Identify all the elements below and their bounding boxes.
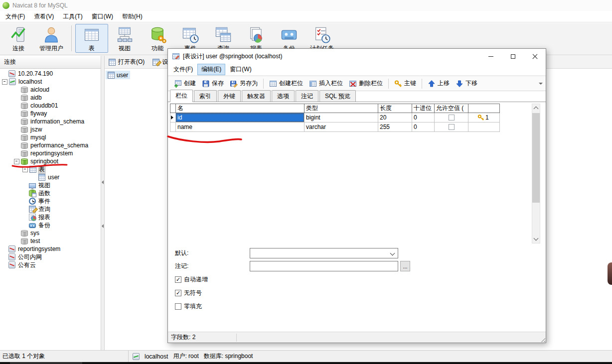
- dialog-menu-edit[interactable]: 编辑(E): [197, 64, 225, 75]
- collapse-box-icon[interactable]: [22, 167, 28, 172]
- tab-options[interactable]: 选项: [272, 90, 295, 102]
- toolbar-tables-button[interactable]: 表: [75, 24, 108, 53]
- field-length-cell[interactable]: 20: [378, 113, 412, 122]
- tree-item-aidb[interactable]: aidb: [0, 94, 101, 102]
- dialog-titlebar[interactable]: [表设计] user @springboot (localhost): [168, 49, 546, 64]
- collapse-box-icon[interactable]: [2, 79, 7, 85]
- tree-item-test[interactable]: test: [0, 237, 101, 245]
- save-as-button[interactable]: 另存为: [227, 78, 261, 89]
- maximize-button[interactable]: [502, 49, 524, 64]
- tree-item-mysql[interactable]: mysql: [0, 133, 101, 141]
- tree-item-flyway[interactable]: flyway: [0, 110, 101, 118]
- scroll-down-button[interactable]: [532, 235, 540, 243]
- default-combobox[interactable]: [250, 248, 398, 258]
- tree-item-tables[interactable]: 表: [0, 165, 101, 173]
- save-button[interactable]: 保存: [199, 78, 227, 89]
- menu-window[interactable]: 窗口(W): [87, 11, 118, 22]
- tab-foreign-keys[interactable]: 外键: [218, 90, 241, 102]
- tab-triggers[interactable]: 触发器: [242, 90, 271, 102]
- minimize-button[interactable]: [480, 49, 502, 64]
- collapse-box-icon[interactable]: [14, 159, 19, 164]
- tab-indexes[interactable]: 索引: [194, 90, 217, 102]
- move-up-button[interactable]: 上移: [425, 78, 453, 89]
- resize-grip[interactable]: [540, 337, 545, 342]
- menu-help[interactable]: 帮助(H): [118, 11, 147, 22]
- scroll-up-button[interactable]: [532, 104, 540, 112]
- grid-vertical-scrollbar[interactable]: [532, 104, 540, 243]
- new-button[interactable]: 创建: [171, 78, 199, 89]
- tree-item-user[interactable]: user: [0, 173, 101, 181]
- field-row-id[interactable]: id bigint 20 0 1: [170, 113, 500, 122]
- move-down-button[interactable]: 下移: [453, 78, 480, 89]
- menu-file[interactable]: 文件(F): [1, 11, 29, 22]
- tree-item-localhost[interactable]: localhost: [0, 78, 101, 86]
- auto-increment-row[interactable]: ✓ 自动递增: [175, 275, 208, 284]
- col-header-name[interactable]: 名: [176, 104, 305, 113]
- more-button[interactable]: ...: [400, 261, 410, 271]
- col-header-key[interactable]: [468, 104, 500, 113]
- sidebar-splitter[interactable]: [101, 56, 105, 350]
- tab-sql-preview[interactable]: SQL 预览: [319, 90, 356, 102]
- tree-item-jszw[interactable]: jszw: [0, 125, 101, 133]
- tree-item-10-20-74-190[interactable]: 10.20.74.190: [0, 70, 101, 78]
- add-field-button[interactable]: 创建栏位: [266, 78, 306, 89]
- tab-fields[interactable]: 栏位: [170, 90, 193, 102]
- col-header-length[interactable]: 长度: [378, 104, 412, 113]
- allow-null-checkbox[interactable]: [449, 124, 455, 130]
- tree-item-backup[interactable]: 备份: [0, 221, 101, 229]
- col-header-decimals[interactable]: 十进位: [412, 104, 435, 113]
- field-allow-null-cell[interactable]: [435, 122, 468, 132]
- tree-item-aicloud[interactable]: aicloud: [0, 86, 101, 94]
- scrollbar-thumb[interactable]: [532, 113, 540, 203]
- zerofill-checkbox[interactable]: [175, 303, 181, 310]
- tab-comment[interactable]: 注记: [296, 90, 318, 102]
- toolbar-views-button[interactable]: 视图: [108, 24, 141, 53]
- open-table-button[interactable]: 打开表(O): [109, 58, 145, 66]
- unsigned-row[interactable]: ✓ 无符号: [175, 289, 202, 297]
- field-decimals-cell[interactable]: 0: [412, 113, 435, 122]
- menu-tools[interactable]: 工具(T): [58, 11, 87, 22]
- dialog-menu-window[interactable]: 窗口(W): [226, 64, 255, 75]
- dialog-menu-file[interactable]: 文件(F): [169, 64, 197, 75]
- tree-item-information-schema[interactable]: information_schema: [0, 118, 101, 125]
- col-header-allow-null[interactable]: 允许空值 (: [435, 104, 468, 113]
- tree-item-events[interactable]: 事件: [0, 197, 101, 205]
- splitter-collapse-icon[interactable]: [102, 224, 104, 228]
- tree-item-functions[interactable]: 函数: [0, 189, 101, 197]
- auto-increment-checkbox[interactable]: ✓: [175, 276, 181, 283]
- field-decimals-cell[interactable]: 0: [412, 122, 435, 132]
- comment-input[interactable]: [250, 261, 398, 271]
- field-name-cell[interactable]: name: [176, 122, 305, 132]
- field-name-cell[interactable]: id: [176, 113, 305, 122]
- tree-item-views[interactable]: 视图: [0, 181, 101, 189]
- primary-key-button[interactable]: 主键: [391, 78, 419, 89]
- tree-item-clouddb01[interactable]: clouddb01: [0, 102, 101, 110]
- toolbar-manage-users-button[interactable]: 管理用户: [35, 24, 68, 53]
- insert-field-button[interactable]: 插入栏位: [306, 78, 346, 89]
- allow-null-checkbox[interactable]: [449, 115, 455, 121]
- field-length-cell[interactable]: 255: [378, 122, 412, 132]
- tree-item-performance-schema[interactable]: performance_schema: [0, 141, 101, 149]
- splitter-collapse-icon[interactable]: [102, 180, 104, 184]
- table-list-item-user[interactable]: user: [106, 71, 130, 79]
- tree-item-reportingsystem-conn[interactable]: reportingsystem: [0, 245, 101, 253]
- field-row-name[interactable]: name varchar 255 0: [170, 122, 500, 132]
- col-header-type[interactable]: 类型: [305, 104, 378, 113]
- toolbar-overflow-icon[interactable]: [539, 83, 543, 85]
- unsigned-checkbox[interactable]: ✓: [175, 290, 181, 296]
- zerofill-row[interactable]: 零填充: [175, 302, 202, 311]
- field-type-cell[interactable]: varchar: [305, 122, 378, 132]
- close-button[interactable]: [524, 49, 546, 64]
- tree-item-springboot[interactable]: springboot: [0, 157, 101, 165]
- delete-field-button[interactable]: 删除栏位: [346, 78, 386, 89]
- field-allow-null-cell[interactable]: [435, 113, 468, 122]
- tree-item-sys[interactable]: sys: [0, 229, 101, 237]
- tree-item-public-cloud[interactable]: 公有云: [0, 261, 101, 269]
- tree-item-queries[interactable]: 查询: [0, 205, 101, 213]
- menu-view[interactable]: 查看(V): [29, 11, 58, 22]
- field-type-cell[interactable]: bigint: [305, 113, 378, 122]
- tree-item-reports[interactable]: 报表: [0, 213, 101, 221]
- toolbar-connection-button[interactable]: 连接: [2, 24, 35, 53]
- tree-item-company-intranet[interactable]: 公司内网: [0, 253, 101, 261]
- tree-item-reportingsystem-db[interactable]: reportingsystem: [0, 149, 101, 157]
